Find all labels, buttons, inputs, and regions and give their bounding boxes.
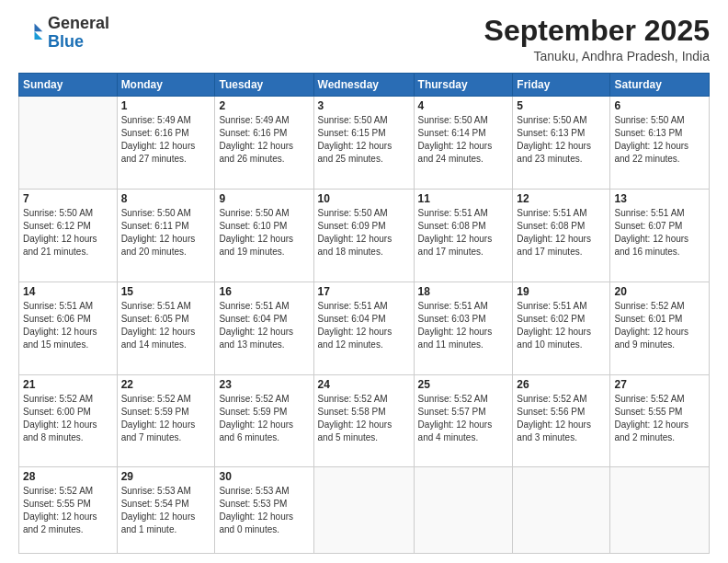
- day-info: Sunrise: 5:50 AM Sunset: 6:13 PM Dayligh…: [517, 114, 606, 166]
- day-info: Sunrise: 5:50 AM Sunset: 6:09 PM Dayligh…: [318, 207, 410, 259]
- day-info: Sunrise: 5:51 AM Sunset: 6:02 PM Dayligh…: [517, 300, 606, 351]
- day-number: 26: [517, 378, 606, 391]
- calendar-week-4: 28Sunrise: 5:52 AM Sunset: 5:55 PM Dayli…: [19, 467, 710, 554]
- table-row: [513, 467, 610, 554]
- day-number: 30: [219, 470, 309, 483]
- table-row: 30Sunrise: 5:53 AM Sunset: 5:53 PM Dayli…: [215, 467, 313, 554]
- table-row: [414, 467, 513, 554]
- table-row: 19Sunrise: 5:51 AM Sunset: 6:02 PM Dayli…: [513, 282, 610, 374]
- day-info: Sunrise: 5:51 AM Sunset: 6:07 PM Dayligh…: [614, 207, 705, 259]
- table-row: 16Sunrise: 5:51 AM Sunset: 6:04 PM Dayli…: [215, 282, 313, 374]
- table-row: 26Sunrise: 5:52 AM Sunset: 5:56 PM Dayli…: [513, 374, 610, 467]
- day-number: 24: [318, 378, 410, 391]
- day-info: Sunrise: 5:50 AM Sunset: 6:10 PM Dayligh…: [219, 207, 309, 259]
- day-number: 1: [121, 99, 211, 112]
- day-info: Sunrise: 5:51 AM Sunset: 6:06 PM Dayligh…: [23, 300, 113, 351]
- day-info: Sunrise: 5:51 AM Sunset: 6:05 PM Dayligh…: [121, 300, 211, 351]
- day-number: 17: [318, 285, 410, 298]
- logo-general: General: [48, 14, 109, 32]
- page: General Blue September 2025 Tanuku, Andh…: [0, 0, 728, 563]
- col-friday: Friday: [513, 74, 610, 97]
- day-number: 18: [418, 285, 509, 298]
- table-row: 20Sunrise: 5:52 AM Sunset: 6:01 PM Dayli…: [610, 282, 710, 374]
- table-row: [610, 467, 710, 554]
- svg-marker-0: [35, 23, 43, 31]
- table-row: 27Sunrise: 5:52 AM Sunset: 5:55 PM Dayli…: [610, 374, 710, 467]
- svg-marker-1: [35, 31, 43, 40]
- day-number: 25: [418, 378, 509, 391]
- day-number: 7: [23, 192, 113, 205]
- day-info: Sunrise: 5:52 AM Sunset: 5:56 PM Dayligh…: [517, 393, 606, 444]
- logo-icon: [18, 20, 44, 46]
- day-number: 22: [121, 378, 211, 391]
- table-row: 2Sunrise: 5:49 AM Sunset: 6:16 PM Daylig…: [215, 97, 313, 190]
- day-info: Sunrise: 5:53 AM Sunset: 5:53 PM Dayligh…: [219, 485, 309, 536]
- logo-blue: Blue: [48, 32, 84, 51]
- table-row: 10Sunrise: 5:50 AM Sunset: 6:09 PM Dayli…: [313, 189, 414, 282]
- table-row: 14Sunrise: 5:51 AM Sunset: 6:06 PM Dayli…: [19, 282, 118, 374]
- day-info: Sunrise: 5:49 AM Sunset: 6:16 PM Dayligh…: [121, 114, 211, 166]
- month-title: September 2025: [484, 15, 710, 47]
- day-info: Sunrise: 5:52 AM Sunset: 5:57 PM Dayligh…: [418, 393, 509, 444]
- day-number: 10: [318, 192, 410, 205]
- day-number: 27: [614, 378, 705, 391]
- table-row: 6Sunrise: 5:50 AM Sunset: 6:13 PM Daylig…: [610, 97, 710, 190]
- day-number: 5: [517, 99, 606, 112]
- table-row: 17Sunrise: 5:51 AM Sunset: 6:04 PM Dayli…: [313, 282, 414, 374]
- day-info: Sunrise: 5:51 AM Sunset: 6:04 PM Dayligh…: [318, 300, 410, 351]
- col-thursday: Thursday: [414, 74, 513, 97]
- day-number: 4: [418, 99, 509, 112]
- col-monday: Monday: [117, 74, 215, 97]
- day-info: Sunrise: 5:50 AM Sunset: 6:14 PM Dayligh…: [418, 114, 509, 166]
- day-number: 2: [219, 99, 309, 112]
- day-info: Sunrise: 5:53 AM Sunset: 5:54 PM Dayligh…: [121, 485, 211, 536]
- day-number: 23: [219, 378, 309, 391]
- day-number: 11: [418, 192, 509, 205]
- table-row: 9Sunrise: 5:50 AM Sunset: 6:10 PM Daylig…: [215, 189, 313, 282]
- day-info: Sunrise: 5:51 AM Sunset: 6:08 PM Dayligh…: [418, 207, 509, 259]
- table-row: 29Sunrise: 5:53 AM Sunset: 5:54 PM Dayli…: [117, 467, 215, 554]
- table-row: 3Sunrise: 5:50 AM Sunset: 6:15 PM Daylig…: [313, 97, 414, 190]
- day-number: 20: [614, 285, 705, 298]
- day-info: Sunrise: 5:50 AM Sunset: 6:15 PM Dayligh…: [318, 114, 410, 166]
- subtitle: Tanuku, Andhra Pradesh, India: [484, 49, 710, 63]
- day-info: Sunrise: 5:50 AM Sunset: 6:13 PM Dayligh…: [614, 114, 705, 166]
- table-row: 11Sunrise: 5:51 AM Sunset: 6:08 PM Dayli…: [414, 189, 513, 282]
- day-info: Sunrise: 5:52 AM Sunset: 5:55 PM Dayligh…: [614, 393, 705, 444]
- table-row: 18Sunrise: 5:51 AM Sunset: 6:03 PM Dayli…: [414, 282, 513, 374]
- table-row: 21Sunrise: 5:52 AM Sunset: 6:00 PM Dayli…: [19, 374, 118, 467]
- table-row: 25Sunrise: 5:52 AM Sunset: 5:57 PM Dayli…: [414, 374, 513, 467]
- day-number: 3: [318, 99, 410, 112]
- table-row: [19, 97, 118, 190]
- day-info: Sunrise: 5:52 AM Sunset: 5:59 PM Dayligh…: [219, 393, 309, 444]
- col-tuesday: Tuesday: [215, 74, 313, 97]
- table-row: 12Sunrise: 5:51 AM Sunset: 6:08 PM Dayli…: [513, 189, 610, 282]
- day-info: Sunrise: 5:52 AM Sunset: 6:01 PM Dayligh…: [614, 300, 705, 351]
- day-info: Sunrise: 5:50 AM Sunset: 6:11 PM Dayligh…: [121, 207, 211, 259]
- table-row: 24Sunrise: 5:52 AM Sunset: 5:58 PM Dayli…: [313, 374, 414, 467]
- logo-text: General Blue: [48, 15, 109, 52]
- table-row: 1Sunrise: 5:49 AM Sunset: 6:16 PM Daylig…: [117, 97, 215, 190]
- table-row: 23Sunrise: 5:52 AM Sunset: 5:59 PM Dayli…: [215, 374, 313, 467]
- day-info: Sunrise: 5:50 AM Sunset: 6:12 PM Dayligh…: [23, 207, 113, 259]
- day-info: Sunrise: 5:51 AM Sunset: 6:03 PM Dayligh…: [418, 300, 509, 351]
- header: General Blue September 2025 Tanuku, Andh…: [18, 15, 710, 63]
- calendar-table: Sunday Monday Tuesday Wednesday Thursday…: [18, 73, 710, 554]
- calendar-week-0: 1Sunrise: 5:49 AM Sunset: 6:16 PM Daylig…: [19, 97, 710, 190]
- day-info: Sunrise: 5:51 AM Sunset: 6:04 PM Dayligh…: [219, 300, 309, 351]
- table-row: 28Sunrise: 5:52 AM Sunset: 5:55 PM Dayli…: [19, 467, 118, 554]
- table-row: 7Sunrise: 5:50 AM Sunset: 6:12 PM Daylig…: [19, 189, 118, 282]
- table-row: [313, 467, 414, 554]
- day-number: 15: [121, 285, 211, 298]
- day-number: 28: [23, 470, 113, 483]
- calendar-week-1: 7Sunrise: 5:50 AM Sunset: 6:12 PM Daylig…: [19, 189, 710, 282]
- day-info: Sunrise: 5:52 AM Sunset: 6:00 PM Dayligh…: [23, 393, 113, 444]
- day-number: 21: [23, 378, 113, 391]
- logo: General Blue: [18, 15, 109, 52]
- day-info: Sunrise: 5:52 AM Sunset: 5:58 PM Dayligh…: [318, 393, 410, 444]
- day-info: Sunrise: 5:51 AM Sunset: 6:08 PM Dayligh…: [517, 207, 606, 259]
- col-wednesday: Wednesday: [313, 74, 414, 97]
- table-row: 8Sunrise: 5:50 AM Sunset: 6:11 PM Daylig…: [117, 189, 215, 282]
- table-row: 5Sunrise: 5:50 AM Sunset: 6:13 PM Daylig…: [513, 97, 610, 190]
- table-row: 15Sunrise: 5:51 AM Sunset: 6:05 PM Dayli…: [117, 282, 215, 374]
